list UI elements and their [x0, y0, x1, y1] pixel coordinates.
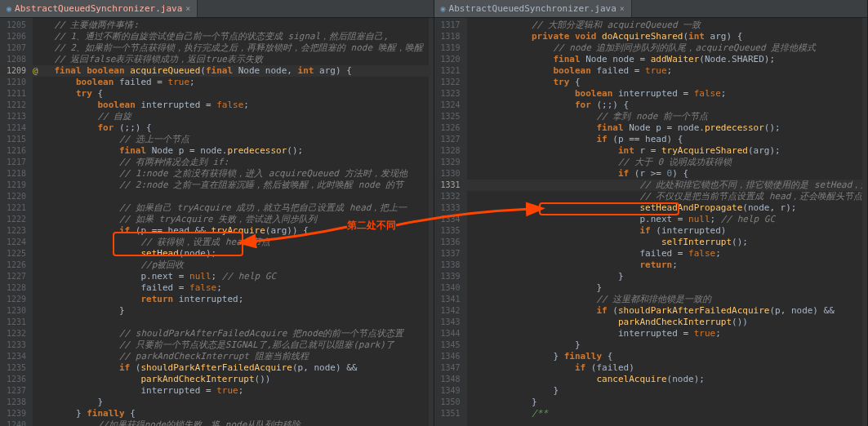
left-tabs: ◉ AbstractQueuedSynchronizer.java × [0, 0, 434, 18]
code-line[interactable]: if (p == head) { [467, 134, 868, 145]
scrollbar[interactable] [429, 18, 434, 426]
tab-label: AbstractQueuedSynchronizer.java [449, 3, 617, 14]
code-line[interactable]: // 主要做两件事情: [33, 20, 434, 31]
code-line[interactable]: // 返回false表示获得锁成功，返回true表示失败 [33, 54, 434, 65]
code-line[interactable]: } finally { [467, 351, 868, 362]
code-line[interactable]: int r = tryAcquireShared(arg); [467, 145, 868, 157]
code-line[interactable]: p.next = null; // help GC [33, 271, 434, 282]
code-line[interactable]: boolean failed = true; [467, 65, 868, 77]
code-line[interactable]: setHead(node); [33, 248, 434, 260]
code-line[interactable] [33, 317, 434, 328]
code-line[interactable]: boolean interrupted = false; [467, 88, 868, 100]
code-line[interactable]: } [467, 282, 868, 294]
code-line[interactable]: } [467, 385, 868, 397]
code-line[interactable]: // 1、通过不断的自旋尝试使自己前一个节点的状态变成 signal，然后阻塞自… [33, 31, 434, 42]
tab-left-file[interactable]: ◉ AbstractQueuedSynchronizer.java × [0, 0, 198, 17]
left-gutter: 1205120612071208120912101211121212131214… [0, 18, 33, 426]
code-line[interactable]: final Node node = addWaiter(Node.SHARED)… [467, 54, 868, 65]
code-line[interactable]: // 大部分逻辑和 acquireQueued 一致 [467, 20, 868, 31]
code-line[interactable]: cancelAcquire(node); [467, 374, 868, 385]
code-line[interactable]: // 这里都和排他锁是一致的 [467, 294, 868, 305]
code-line[interactable]: } [467, 271, 868, 282]
code-line[interactable]: return; [467, 260, 868, 271]
code-line[interactable]: // node 追加到同步队列的队尾，acquireQueued 是排他模式 [467, 42, 868, 54]
tab-label: AbstractQueuedSynchronizer.java [15, 3, 182, 14]
code-line[interactable]: interrupted = true; [33, 385, 434, 397]
code-line[interactable]: if (r >= 0) { [467, 168, 868, 180]
code-line[interactable]: // 不仅仅是把当前节点设置成 head，还会唤醒头节点的后续节点 [467, 191, 868, 202]
code-line[interactable]: // shouldParkAfterFailedAcquire 把node的前一… [33, 328, 434, 339]
code-line[interactable]: // 选上一个节点 [33, 134, 434, 145]
code-line[interactable]: for (;;) { [33, 122, 434, 134]
code-line[interactable]: interrupted = true; [467, 328, 868, 339]
code-line[interactable]: failed = false; [33, 282, 434, 294]
code-line[interactable]: // 如果自己 tryAcquire 成功，就立马把自己设置成 head，把上一 [33, 202, 434, 214]
annotation-label: 第二处不同 [347, 219, 396, 233]
code-line[interactable]: if (shouldParkAfterFailedAcquire(p, node… [467, 305, 868, 317]
java-file-icon: ◉ [7, 4, 11, 13]
code-line[interactable]: selfInterrupt(); [467, 237, 868, 248]
code-line[interactable]: @ final boolean acquireQueued(final Node… [33, 65, 434, 77]
right-editor-pane: ◉ AbstractQueuedSynchronizer.java × 1317… [434, 0, 869, 426]
code-line[interactable]: setHeadAndPropagate(node, r); [467, 202, 868, 214]
code-line[interactable]: // 获得锁，设置成 head 节点 [33, 237, 434, 248]
code-line[interactable]: parkAndCheckInterrupt()) [33, 374, 434, 385]
code-line[interactable]: // 大于 0 说明成功获得锁 [467, 157, 868, 168]
code-line[interactable]: // 自旋 [33, 111, 434, 122]
code-line[interactable]: boolean failed = true; [33, 77, 434, 88]
right-code-area[interactable]: // 大部分逻辑和 acquireQueued 一致 private void … [467, 18, 868, 426]
code-line[interactable]: try { [33, 88, 434, 100]
code-line[interactable]: // 2、如果前一个节点获得锁，执行完成之后，再释放锁时，会把阻塞的 node … [33, 42, 434, 54]
code-line[interactable] [33, 191, 434, 202]
code-line[interactable]: /** [467, 408, 868, 419]
code-line[interactable]: if (shouldParkAfterFailedAcquire(p, node… [33, 362, 434, 374]
code-line[interactable]: for (;;) { [467, 100, 868, 111]
code-line[interactable]: final Node p = node.predecessor(); [33, 145, 434, 157]
left-editor-pane: ◉ AbstractQueuedSynchronizer.java × 1205… [0, 0, 434, 426]
code-line[interactable]: } [33, 305, 434, 317]
code-line[interactable]: // 只要前一个节点状态是SIGNAL了,那么自己就可以阻塞(park)了 [33, 339, 434, 351]
code-line[interactable]: } [467, 397, 868, 408]
code-line[interactable]: //如果获得node的锁失败，将 node从队列中移除 [33, 419, 434, 426]
code-line[interactable]: failed = false; [467, 248, 868, 260]
code-line[interactable]: return interrupted; [33, 294, 434, 305]
code-line[interactable]: } finally { [33, 408, 434, 419]
code-line[interactable]: // 有两种情况会走到 if: [33, 157, 434, 168]
code-line[interactable]: try { [467, 77, 868, 88]
code-line[interactable]: private void doAcquireShared(int arg) { [467, 31, 868, 42]
code-line[interactable]: boolean interrupted = false; [33, 100, 434, 111]
code-line[interactable]: if (failed) [467, 362, 868, 374]
code-line[interactable]: // 此处和排它锁也不同，排它锁使用的是 setHead，这里的 setHead… [467, 180, 868, 191]
code-line[interactable]: if (interrupted) [467, 225, 868, 237]
code-line[interactable]: // parkAndCheckInterrupt 阻塞当前线程 [33, 351, 434, 362]
code-line[interactable]: //p被回收 [33, 260, 434, 271]
close-icon[interactable]: × [620, 4, 625, 13]
java-file-icon: ◉ [441, 4, 446, 13]
code-line[interactable]: // 2:node 之前一直在阻塞沉睡，然后被唤醒，此时唤醒 node 的节 [33, 180, 434, 191]
right-tabs: ◉ AbstractQueuedSynchronizer.java × [434, 0, 868, 18]
code-line[interactable]: p.next = null; // help GC [467, 214, 868, 225]
close-icon[interactable]: × [185, 4, 190, 13]
code-line[interactable]: // 拿到 node 前一个节点 [467, 111, 868, 122]
right-gutter: 1317131813191320132113221323132413251326… [434, 18, 467, 426]
code-line[interactable]: parkAndCheckInterrupt()) [467, 317, 868, 328]
tab-right-file[interactable]: ◉ AbstractQueuedSynchronizer.java × [434, 0, 632, 17]
scrollbar[interactable] [862, 18, 867, 426]
code-line[interactable]: final Node p = node.predecessor(); [467, 122, 868, 134]
code-line[interactable]: // 1:node 之前没有获得锁，进入 acquireQueued 方法时，发… [33, 168, 434, 180]
code-line[interactable]: } [467, 339, 868, 351]
code-line[interactable]: } [33, 397, 434, 408]
right-editor[interactable]: 1317131813191320132113221323132413251326… [434, 18, 868, 426]
